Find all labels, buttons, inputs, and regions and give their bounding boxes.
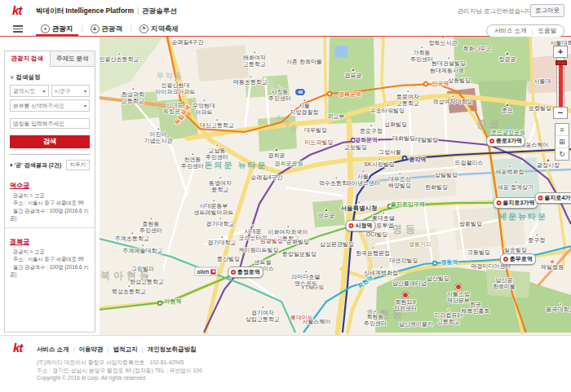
map-label: ▪매동초등학교 <box>233 74 268 86</box>
fullscreen-icon[interactable]: ⊞ <box>556 136 569 148</box>
map-label: 일송빌딩 <box>504 247 527 253</box>
map-label: 서울대 <box>534 78 551 85</box>
map-label: ▲창경궁 <box>499 51 516 63</box>
map-label: 순화빌딩 <box>286 239 309 245</box>
map-label: ▪가회동주민센터 <box>410 45 433 64</box>
tab-local-festival[interactable]: ⚑ 지역축제 <box>131 23 187 35</box>
search-button[interactable]: 검색 <box>10 135 90 148</box>
search-form: ∨ 검색설정 광역시도 ▾ 시군구 ▾ 분류를 선택해주세요 ▾ 검색 <box>5 67 95 155</box>
results-caret-icon: ▾ <box>10 162 13 168</box>
category-select[interactable]: 분류를 선택해주세요 ▾ <box>10 99 90 112</box>
station-dot <box>433 262 437 266</box>
login-status: 관리자님 로그인하셨습니다. <box>458 7 534 15</box>
map-label: ▪추계초등학교 <box>115 231 149 242</box>
station-label: 종각역 <box>409 156 427 164</box>
map-label: 현대계동사옥 <box>430 68 464 74</box>
footer-link[interactable]: 개인정보취급방침 <box>147 346 196 353</box>
map-label: ▲경희궁 <box>268 148 286 159</box>
footer-link[interactable]: 서비스 소개 <box>37 346 69 353</box>
map-label: ▪교남동주민센터 <box>206 143 228 161</box>
map-label: ▪인왕산현대아이파크아파트 <box>156 77 196 96</box>
service-intro-link[interactable]: 서비스 소개 <box>494 27 527 35</box>
tab-tourist-spot[interactable]: ● 관광지 <box>33 23 82 35</box>
map-label: 드림팰리스 <box>455 160 484 166</box>
zoom-slider-handle[interactable] <box>556 60 567 65</box>
kt-square-icon <box>211 269 216 274</box>
search-settings-header[interactable]: ∨ 검색설정 <box>10 73 90 81</box>
logout-button[interactable]: 로그아웃 <box>530 4 564 17</box>
map-label: 대화빌딩 <box>392 135 415 142</box>
sigungu-select-value: 시군구 <box>55 87 71 95</box>
help-link[interactable]: 도움말 <box>538 27 557 35</box>
map-label: 남산플래티넘 <box>392 280 427 287</box>
layers-icon[interactable]: ≡ <box>556 124 569 136</box>
zoom-slider-fill <box>559 62 563 107</box>
collapse-caret-icon: ∨ <box>10 74 14 80</box>
map-label: ▪추계예술대학교 <box>123 243 163 254</box>
map-label: 순례길4구간 <box>251 174 283 181</box>
sigungu-select[interactable]: 시군구 ▾ <box>51 85 91 97</box>
map-label: OCI빌딩 <box>366 231 387 238</box>
clear-results-button[interactable]: 지우기 <box>66 160 91 170</box>
map-label: ▪수송타워빌딩 <box>370 103 405 114</box>
station-label: 종로3가역 <box>486 135 525 147</box>
map-label: ▪천연동주민센터 <box>181 152 204 170</box>
map-label: 서촌 한옥마을 <box>286 59 322 65</box>
footer-divider: | <box>104 346 113 353</box>
station-dot <box>424 82 428 86</box>
service-help-pill: 서비스 소개 | 도움말 <box>486 24 564 37</box>
sidebar-tabs: 관광지 검색 주제도 분석 <box>5 51 95 67</box>
map-label: 임광빌딩 <box>260 238 283 244</box>
result-link-deoksugung[interactable]: 덕수궁 <box>10 181 29 190</box>
map-label: 종로 <box>476 118 502 130</box>
footer-link[interactable]: 이용약관 <box>79 346 104 353</box>
tab-tourist[interactable]: ♟ 관광객 <box>82 23 131 35</box>
station-label: 시청역 <box>346 220 376 231</box>
map-label: ▪세운 청계상가 <box>498 179 533 191</box>
map-label: 상일빌딩 <box>435 172 458 178</box>
sido-select[interactable]: 광역시도 ▾ <box>10 85 49 97</box>
footer-link[interactable]: 법적고지 <box>113 346 138 353</box>
name-input[interactable] <box>10 118 90 129</box>
station-label: 명동역 <box>441 258 458 266</box>
map-label: ▪동명여자중학교 <box>209 175 232 194</box>
hamburger-menu-icon[interactable] <box>13 25 23 33</box>
nav-tab-label: 관광객 <box>102 24 123 34</box>
scenic-spot-icon: ● <box>41 24 50 33</box>
map-canvas[interactable]: ▪인왕산초등학교순례길4구간순례길4구간무악동▪배화여자고등학교서촌 한옥마을▪… <box>100 37 571 335</box>
result-link-gyeongbokgung[interactable]: 경복궁 <box>10 237 29 246</box>
tab-spot-search[interactable]: 관광지 검색 <box>5 51 51 67</box>
company-address: 주소 : 경기도 성남시 분당구 불정로 90 (정자동) TEL : 국번없이… <box>37 367 202 375</box>
map-label: 미도파빌딩 <box>305 139 334 146</box>
map-label: ▪현대건설빌딩 <box>432 55 466 67</box>
map-label: 보령빌딩 <box>529 105 551 112</box>
map-label: ▪회현동주민센터 <box>364 309 387 328</box>
zoom-slider[interactable] <box>556 58 564 107</box>
map-label: ⊕제일병원 <box>541 259 564 271</box>
station-dot <box>328 92 332 96</box>
map-label: 한화빌딩 <box>425 184 448 191</box>
station-label: 충무로역 <box>500 253 536 265</box>
result-category: 관광지 > 고궁 <box>10 248 90 255</box>
map-label: 외교부 <box>328 113 345 120</box>
transfer-station-icon <box>538 196 543 200</box>
map-label: ▪북성초등학교 <box>112 284 146 295</box>
map-label: ▪세운백화점 <box>496 164 525 175</box>
result-item: 경복궁 관광지 > 고궁 주소 : 서울시 중구 세종대로 99 월간 관광객수… <box>5 228 95 284</box>
reset-view-icon[interactable]: ↻ <box>556 148 569 160</box>
map-label: ▪동국대학교 <box>547 302 571 313</box>
station-label: 광화문역 <box>355 136 378 144</box>
zoom-in-button[interactable]: + <box>553 46 568 58</box>
map-tools-panel: ≡ ⊞ ↻ <box>555 123 569 161</box>
tab-theme-analysis[interactable]: 주제도 분석 <box>51 51 95 67</box>
map-label: 케이원리트빌딩 <box>239 247 279 253</box>
kt-logo: kt <box>12 3 21 17</box>
zoom-out-button[interactable]: − <box>553 107 568 119</box>
transfer-station-icon <box>503 257 508 262</box>
map-label: ▪배화여자고등학교 <box>243 50 266 68</box>
page: { "header": { "logo": "kt", "title": "빅데… <box>0 0 571 392</box>
map-label: 서울스퀘어 <box>303 319 331 325</box>
map-label: YTN타워 <box>301 284 324 291</box>
station-label: 경복궁역 <box>339 90 361 99</box>
map-label: 쌍용빌딩 <box>459 221 482 227</box>
